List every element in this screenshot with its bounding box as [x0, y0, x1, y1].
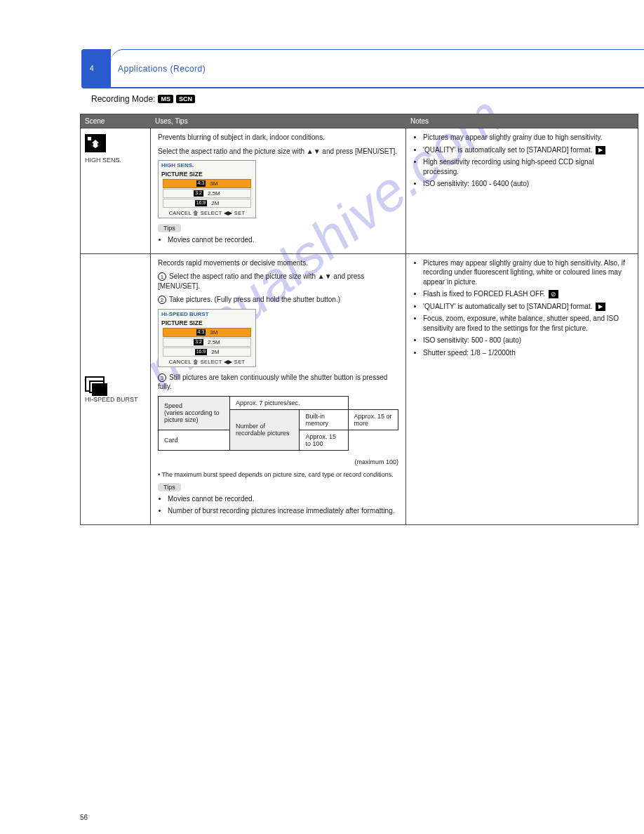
page-number: 56: [80, 814, 88, 821]
lcd-option: 3:22.5M: [163, 338, 251, 347]
format-icon: [596, 146, 605, 154]
step-1: 1Select the aspect ratio and the picture…: [158, 272, 398, 291]
spec-card-label: Card: [159, 430, 230, 450]
lcd-option: 4:33M: [163, 328, 251, 337]
tips-badge: Tips: [158, 483, 181, 491]
spec-card-value: Approx. 15 to 100: [300, 430, 348, 450]
spec-builtin-label: Built-in memory: [300, 409, 348, 430]
lcd-footer: CANCEL 🗑 SELECT ◀▶ SET: [159, 357, 255, 366]
section-number: 4: [90, 65, 94, 72]
step-2: 2Take pictures. (Fully press and hold th…: [158, 295, 398, 305]
note-item: Shutter speed: 1/8 – 1/2000th: [423, 348, 631, 358]
recording-mode-line: Recording Mode: MS SCN: [91, 94, 195, 104]
scene-table: Scene Uses, Tips Notes HIGH SENS. Preven…: [80, 114, 638, 525]
note-item: Pictures may appear slightly grainy due …: [423, 133, 631, 143]
lcd-title: PICTURE SIZE: [159, 170, 255, 178]
uses-text: Records rapid movements or decisive mome…: [158, 258, 398, 268]
note-item: ISO sensitivity: 1600 - 6400 (auto): [423, 179, 631, 189]
lcd-option: 16:92M: [163, 199, 251, 208]
tip-item: Movies cannot be recorded.: [168, 494, 398, 504]
spec-max-note: (maximum 100): [158, 458, 398, 466]
section-tab: [81, 49, 111, 88]
scene-label: HI-SPEED BURST: [85, 396, 146, 403]
format-icon: [596, 303, 605, 311]
col-notes: Notes: [406, 114, 638, 128]
note-item: 'QUALITY' is automatically set to [STAND…: [423, 302, 631, 312]
tip-item: Number of burst recording pictures incre…: [168, 506, 398, 516]
lcd-mode: HI-SPEED BURST: [159, 310, 255, 319]
note-item: Flash is fixed to FORCED FLASH OFF.: [423, 289, 631, 299]
table-row: HIGH SENS. Prevents blurring of subject …: [81, 128, 638, 253]
spec-count-label: Number of recordable pictures: [230, 409, 300, 450]
uses-instruction: Select the aspect ratio and the picture …: [158, 147, 398, 157]
lcd-preview-burst: HI-SPEED BURST PICTURE SIZE 4:33M 3:22.5…: [158, 309, 256, 367]
table-header-row: Scene Uses, Tips Notes: [81, 114, 638, 128]
lcd-preview-high-sens: HIGH SENS. PICTURE SIZE 4:33M 3:22.5M 16…: [158, 160, 256, 218]
note-item: Pictures may appear slightly grainy due …: [423, 258, 631, 287]
burst-icon: [85, 376, 105, 392]
col-scene: Scene: [81, 114, 151, 128]
page-title: Applications (Record): [118, 64, 206, 74]
high-sens-icon: [85, 134, 106, 152]
lcd-footer: CANCEL 🗑 SELECT ◀▶ SET: [159, 208, 255, 218]
recording-mode-label: Recording Mode:: [91, 94, 155, 104]
lcd-option: 3:22.5M: [163, 189, 251, 198]
tip-item: Movies cannot be recorded.: [168, 235, 398, 245]
lcd-option: 16:92M: [163, 348, 251, 357]
note-item: Focus, zoom, exposure, white balance, sh…: [423, 314, 631, 333]
note-item: ISO sensitivity: 500 - 800 (auto): [423, 336, 631, 345]
scene-label: HIGH SENS.: [85, 157, 146, 164]
page-header: Applications (Record): [111, 49, 644, 88]
col-uses: Uses, Tips: [151, 114, 406, 128]
lcd-option: 4:33M: [163, 179, 251, 188]
note-item: High sensitivity recording using high-sp…: [423, 157, 631, 176]
burst-spec-table: Speed (varies according to picture size)…: [158, 396, 398, 451]
spec-footnote: • The maximum burst speed depends on pic…: [158, 470, 398, 479]
spec-speed-value: Approx. 7 pictures/sec.: [230, 396, 349, 409]
mode-badge-scn: SCN: [176, 95, 195, 103]
flash-off-icon: [549, 290, 558, 298]
uses-text: Prevents blurring of subject in dark, in…: [158, 133, 398, 143]
lcd-mode: HIGH SENS.: [159, 161, 255, 170]
lcd-title: PICTURE SIZE: [159, 319, 255, 327]
spec-speed-label: Speed (varies according to picture size): [159, 396, 230, 430]
mode-badge-ms: MS: [158, 95, 173, 103]
table-row: HI-SPEED BURST Records rapid movements o…: [81, 253, 638, 524]
spec-builtin-value: Approx. 15 or more: [348, 409, 398, 430]
tips-badge: Tips: [158, 224, 181, 232]
step-3: 3Still pictures are taken continuously w…: [158, 373, 398, 392]
note-item: 'QUALITY' is automatically set to [STAND…: [423, 145, 631, 155]
